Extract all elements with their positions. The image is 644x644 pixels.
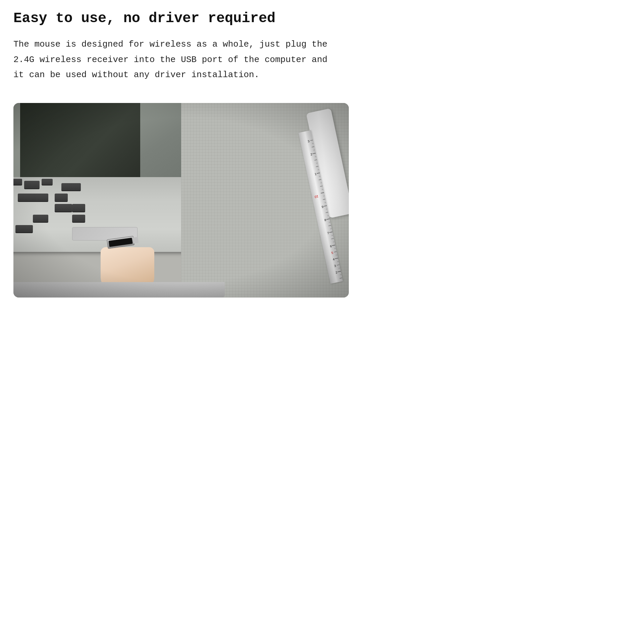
svg-text:7: 7 (327, 231, 329, 235)
svg-text:4: 4 (332, 258, 335, 261)
svg-line-7 (316, 163, 318, 163)
key-f12 (42, 179, 53, 185)
laptop-base-edge (13, 282, 225, 298)
svg-line-10 (317, 173, 320, 173)
key-extra2 (72, 215, 85, 223)
svg-line-30 (331, 238, 334, 239)
svg-line-33 (334, 248, 336, 249)
svg-text:3: 3 (308, 140, 310, 143)
svg-text:6: 6 (330, 245, 332, 248)
svg-line-17 (323, 196, 325, 196)
svg-line-42 (340, 278, 342, 278)
svg-text:2: 2 (310, 153, 313, 156)
svg-line-22 (326, 212, 328, 213)
key-end (33, 215, 48, 223)
page-title: Easy to use, no driver required (13, 10, 349, 27)
svg-line-32 (332, 245, 335, 246)
svg-line-28 (329, 232, 332, 232)
svg-line-36 (335, 258, 338, 259)
svg-line-15 (322, 189, 323, 190)
svg-line-34 (334, 252, 337, 252)
key-backspace (18, 194, 48, 202)
svg-line-6 (315, 160, 317, 160)
svg-line-41 (340, 274, 341, 275)
svg-text:5: 5 (331, 251, 333, 255)
hand-usb-group (94, 224, 168, 291)
key-f11 (13, 179, 22, 185)
svg-line-4 (313, 153, 316, 154)
svg-line-1 (312, 143, 314, 144)
svg-line-21 (326, 209, 328, 209)
svg-line-38 (337, 265, 339, 265)
usb-body (107, 236, 135, 249)
svg-text:2: 2 (335, 271, 338, 274)
svg-line-27 (330, 228, 332, 229)
svg-line-25 (329, 222, 330, 222)
svg-text:8: 8 (324, 218, 326, 222)
key-pgup (15, 225, 33, 233)
svg-line-11 (319, 176, 321, 176)
svg-line-39 (338, 268, 340, 268)
laptop-screen (20, 103, 140, 182)
svg-line-31 (333, 242, 335, 242)
svg-line-3 (313, 150, 315, 150)
svg-line-23 (327, 215, 329, 216)
svg-line-26 (328, 225, 331, 226)
key-power (55, 194, 68, 202)
description-paragraph: The mouse is designed for wireless as a … (13, 37, 342, 83)
svg-line-37 (337, 261, 339, 262)
svg-text:9: 9 (321, 205, 324, 209)
svg-line-12 (319, 179, 321, 180)
svg-line-16 (321, 193, 324, 193)
usb-tip (132, 237, 139, 244)
usb-inner-slot (109, 238, 133, 247)
product-image: 3 2 1 10 9 8 7 6 5 4 3 2 (13, 103, 349, 298)
svg-line-5 (315, 156, 317, 157)
svg-line-18 (323, 199, 326, 200)
svg-line-2 (312, 147, 314, 147)
svg-line-40 (337, 271, 341, 272)
svg-line-35 (336, 255, 337, 255)
svg-line-14 (320, 186, 323, 186)
svg-line-13 (320, 182, 322, 183)
key-delete (61, 183, 81, 191)
svg-text:1: 1 (314, 172, 317, 176)
svg-line-8 (316, 166, 319, 167)
svg-line-19 (325, 202, 326, 203)
svg-line-9 (318, 169, 319, 170)
page-wrapper: Easy to use, no driver required The mous… (13, 10, 349, 298)
key-insert (24, 181, 40, 189)
svg-text:3: 3 (334, 264, 336, 268)
key-home (55, 204, 72, 212)
svg-line-29 (331, 235, 333, 235)
svg-line-24 (326, 219, 330, 219)
svg-line-0 (310, 140, 313, 141)
svg-text:10: 10 (314, 195, 319, 199)
key-extra1 (72, 204, 85, 212)
scene-image: 3 2 1 10 9 8 7 6 5 4 3 2 (13, 103, 349, 298)
svg-line-20 (324, 206, 327, 206)
